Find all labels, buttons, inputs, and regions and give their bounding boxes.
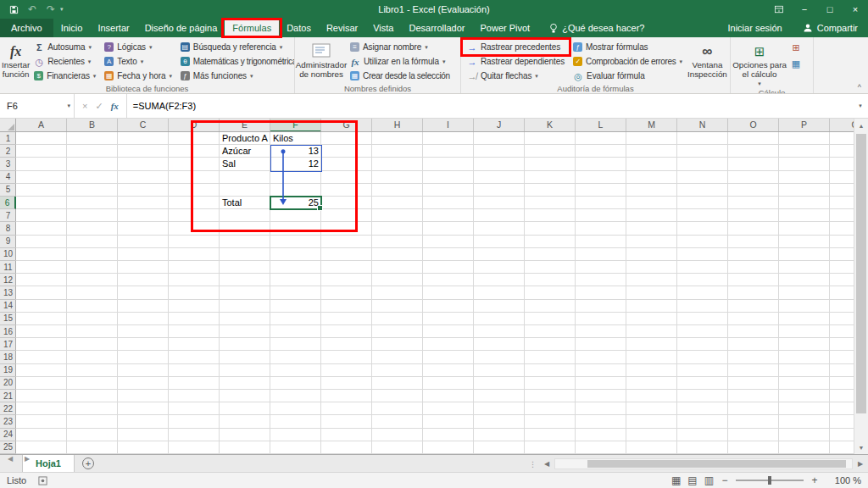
column-header-F[interactable]: F: [270, 119, 321, 132]
column-header-E[interactable]: E: [220, 119, 270, 132]
column-header-G[interactable]: G: [321, 119, 372, 132]
zoom-slider[interactable]: [736, 480, 804, 481]
row-header-17[interactable]: 17: [0, 338, 16, 351]
maximize-button[interactable]: □: [817, 0, 843, 19]
cell-E2[interactable]: Azúcar: [220, 145, 270, 158]
column-header-M[interactable]: M: [626, 119, 677, 132]
row-header-14[interactable]: 14: [0, 300, 16, 313]
row-header-16[interactable]: 16: [0, 325, 16, 338]
sign-in-button[interactable]: Iniciar sesión: [718, 23, 793, 33]
row-header-23[interactable]: 23: [0, 415, 16, 428]
collapse-ribbon-button[interactable]: ^: [858, 83, 861, 92]
horizontal-scroll-thumb[interactable]: [587, 460, 846, 468]
ribbon-tab-vista[interactable]: Vista: [365, 19, 401, 37]
row-header-2[interactable]: 2: [0, 145, 16, 158]
close-button[interactable]: ×: [843, 0, 868, 19]
column-header-N[interactable]: N: [677, 119, 728, 132]
row-header-7[interactable]: 7: [0, 209, 16, 222]
zoom-slider-thumb[interactable]: [768, 476, 771, 485]
ribbon-tab-insertar[interactable]: Insertar: [90, 19, 136, 37]
ribbon-tab-revisar[interactable]: Revisar: [319, 19, 365, 37]
split-handle[interactable]: ⋮: [526, 460, 539, 469]
normal-view-button[interactable]: ▦: [671, 474, 681, 486]
use-in-formula-button[interactable]: fx Utilizar en la fórmula ▾: [348, 54, 452, 69]
page-layout-view-button[interactable]: ▤: [687, 474, 697, 486]
formula-input[interactable]: =SUMA(F2:F3): [127, 94, 853, 118]
enter-button[interactable]: ✓: [95, 101, 103, 112]
add-sheet-button[interactable]: +: [82, 458, 94, 469]
scroll-down-icon[interactable]: ▼: [854, 441, 868, 454]
select-all-corner[interactable]: [0, 119, 16, 132]
ribbon-tab-datos[interactable]: Datos: [279, 19, 319, 37]
row-header-15[interactable]: 15: [0, 313, 16, 325]
cell-F2[interactable]: 13: [270, 145, 321, 158]
ribbon-tab-inicio[interactable]: Inicio: [53, 19, 91, 37]
evaluate-formula-button[interactable]: ◎ Evaluar fórmula: [571, 69, 684, 83]
define-name-button[interactable]: ≡ Asignar nombre ▾: [348, 40, 452, 54]
macro-record-icon[interactable]: [38, 476, 47, 485]
save-button[interactable]: [4, 0, 23, 19]
name-manager-button[interactable]: Administrador de nombres: [297, 39, 346, 84]
row-header-25[interactable]: 25: [0, 441, 16, 454]
sheet-prev-button[interactable]: ◀: [2, 455, 19, 463]
column-header-I[interactable]: I: [423, 119, 474, 132]
vertical-scrollbar[interactable]: ▲ ▼: [854, 119, 868, 454]
qat-customize-button[interactable]: ▾: [60, 6, 69, 13]
undo-button[interactable]: ↶: [23, 0, 42, 19]
column-header-B[interactable]: B: [67, 119, 118, 132]
column-header-A[interactable]: A: [16, 119, 67, 132]
ribbon-tab-diseno-de-pagina[interactable]: Diseño de página: [137, 19, 225, 37]
name-box[interactable]: F6 ▾: [0, 94, 75, 118]
file-tab[interactable]: Archivo: [0, 19, 53, 37]
lookup-reference-button[interactable]: ▤ Búsqueda y referencia ▾: [179, 40, 295, 54]
column-header-Q[interactable]: Q: [830, 119, 854, 132]
trace-precedents-button[interactable]: → Rastrear precedentes: [465, 40, 566, 54]
cell-E1[interactable]: Producto A: [220, 132, 270, 145]
row-header-10[interactable]: 10: [0, 248, 16, 261]
cancel-button[interactable]: ×: [82, 101, 87, 111]
autosum-button[interactable]: Σ Autosuma ▾: [32, 40, 97, 54]
insert-function-button[interactable]: fx Insertar función: [2, 39, 30, 84]
column-header-J[interactable]: J: [474, 119, 525, 132]
calculation-options-button[interactable]: ⊞ Opciones para el cálculo ▾: [732, 39, 787, 88]
watch-window-button[interactable]: ∞ Ventana Inspección: [687, 39, 728, 84]
column-header-C[interactable]: C: [118, 119, 169, 132]
logical-button[interactable]: ? Lógicas ▾: [103, 40, 174, 54]
recent-functions-button[interactable]: ◷ Recientes ▾: [32, 54, 97, 69]
page-break-view-button[interactable]: ▥: [704, 474, 714, 486]
row-header-5[interactable]: 5: [0, 184, 16, 197]
horizontal-scroll-track[interactable]: [554, 458, 853, 469]
calculate-now-button[interactable]: ⊞: [789, 40, 803, 54]
column-header-L[interactable]: L: [576, 119, 626, 132]
scroll-up-icon[interactable]: ▲: [854, 119, 868, 132]
redo-button[interactable]: ↷: [42, 0, 60, 19]
minimize-button[interactable]: −: [792, 0, 817, 19]
column-header-D[interactable]: D: [169, 119, 220, 132]
show-formulas-button[interactable]: ƒ Mostrar fórmulas: [571, 40, 684, 54]
horizontal-scrollbar[interactable]: ⋮ ◀ ▶: [526, 455, 866, 473]
ribbon-tab-formulas[interactable]: Fórmulas: [225, 19, 279, 37]
datetime-button[interactable]: ▦ Fecha y hora ▾: [103, 69, 174, 83]
ribbon-tab-desarrollador[interactable]: Desarrollador: [401, 19, 472, 37]
scroll-right-icon[interactable]: ▶: [854, 460, 866, 468]
row-header-4[interactable]: 4: [0, 171, 16, 184]
scroll-left-icon[interactable]: ◀: [541, 460, 553, 468]
zoom-out-button[interactable]: −: [721, 474, 729, 486]
row-header-12[interactable]: 12: [0, 274, 16, 286]
sheet-next-button[interactable]: ▶: [19, 455, 36, 463]
row-header-8[interactable]: 8: [0, 222, 16, 235]
create-from-selection-button[interactable]: ▦ Crear desde la selección: [348, 69, 452, 83]
column-header-H[interactable]: H: [372, 119, 423, 132]
row-header-1[interactable]: 1: [0, 132, 16, 145]
row-header-21[interactable]: 21: [0, 390, 16, 402]
financial-button[interactable]: $ Financieras ▾: [32, 69, 97, 83]
name-box-dropdown-icon[interactable]: ▾: [67, 103, 70, 109]
cell-E6[interactable]: Total: [220, 197, 270, 209]
cell-F1[interactable]: Kilos: [270, 132, 321, 145]
vertical-scroll-thumb[interactable]: [856, 134, 866, 413]
row-header-3[interactable]: 3: [0, 158, 16, 170]
calculate-sheet-button[interactable]: ▦: [789, 57, 803, 71]
share-button[interactable]: Compartir: [793, 23, 868, 33]
row-header-9[interactable]: 9: [0, 236, 16, 248]
formula-bar-expand-button[interactable]: ▾: [853, 94, 868, 118]
